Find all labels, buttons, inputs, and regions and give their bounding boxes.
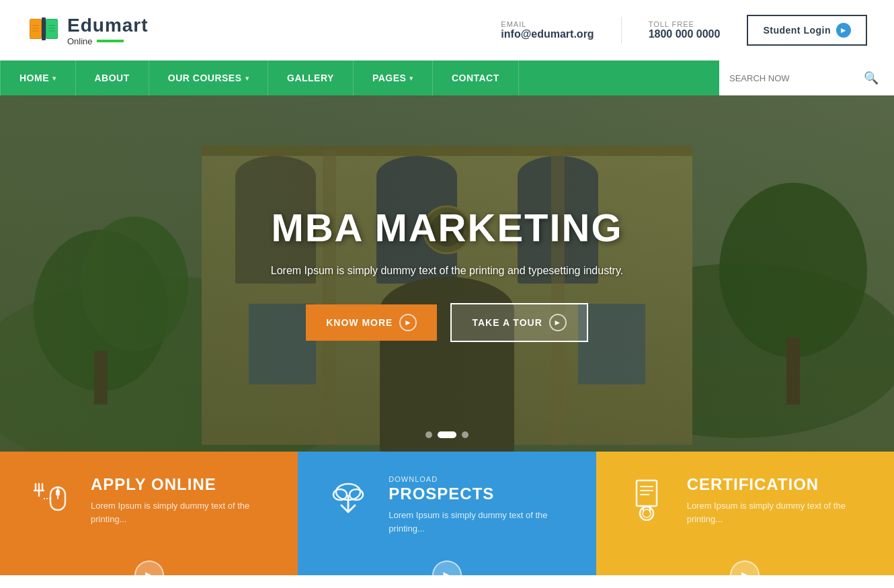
main-nav: HOME ▾ ABOUT OUR COURSES ▾ GALLERY PAGES… bbox=[0, 60, 894, 95]
slider-dot-3[interactable] bbox=[462, 431, 469, 438]
site-header: Edumart Online EMAIL info@edumart.org TO… bbox=[0, 0, 894, 60]
apply-online-desc: Lorem Ipsum is simply dummy text of the … bbox=[91, 499, 278, 526]
certification-title: CERTIFICATION bbox=[687, 475, 874, 494]
search-area[interactable]: 🔍 bbox=[719, 60, 894, 95]
search-input[interactable] bbox=[729, 73, 864, 83]
apply-online-body: APPLY ONLINE Lorem Ipsum is simply dummy… bbox=[91, 475, 278, 526]
download-body: DOWNLOAD PROSPECTS Lorem Ipsum is simply… bbox=[389, 475, 575, 535]
hero-subtitle: Lorem Ipsum is simply dummy text of the … bbox=[271, 262, 623, 280]
phone-contact: TOLL FREE 1800 000 0000 bbox=[649, 20, 721, 40]
slider-dots bbox=[425, 431, 469, 438]
student-login-button[interactable]: Student Login ► bbox=[747, 15, 867, 46]
email-value: info@edumart.org bbox=[501, 28, 594, 40]
cards-section: APPLY ONLINE Lorem Ipsum is simply dummy… bbox=[0, 452, 894, 575]
email-contact: EMAIL info@edumart.org bbox=[501, 20, 594, 40]
certification-icon bbox=[623, 475, 670, 522]
certificate-icon bbox=[624, 477, 668, 521]
mouse-icon bbox=[29, 477, 73, 521]
hero-section: MBA MARKETING Lorem Ipsum is simply dumm… bbox=[0, 95, 894, 452]
logo-icon bbox=[27, 13, 60, 47]
search-icon[interactable]: 🔍 bbox=[864, 71, 879, 85]
slider-dot-1[interactable] bbox=[425, 431, 432, 438]
nav-pages[interactable]: PAGES ▾ bbox=[354, 60, 433, 95]
svg-rect-42 bbox=[56, 489, 60, 496]
svg-rect-48 bbox=[637, 480, 657, 506]
chevron-down-icon: ▾ bbox=[245, 75, 249, 82]
svg-rect-3 bbox=[46, 19, 57, 38]
certification-card: CERTIFICATION Lorem Ipsum is simply dumm… bbox=[596, 452, 894, 575]
download-title: PROSPECTS bbox=[389, 485, 575, 503]
login-label: Student Login bbox=[763, 25, 831, 36]
nav-gallery[interactable]: GALLERY bbox=[268, 60, 354, 95]
download-card: DOWNLOAD PROSPECTS Lorem Ipsum is simply… bbox=[298, 452, 596, 575]
nav-contact[interactable]: CONTACT bbox=[433, 60, 519, 95]
certification-inner: CERTIFICATION Lorem Ipsum is simply dumm… bbox=[596, 452, 894, 575]
phone-label: TOLL FREE bbox=[649, 20, 721, 28]
logo[interactable]: Edumart Online bbox=[27, 13, 149, 47]
svg-point-52 bbox=[640, 507, 653, 520]
take-tour-arrow-icon: ► bbox=[549, 314, 567, 331]
nav-items: HOME ▾ ABOUT OUR COURSES ▾ GALLERY PAGES… bbox=[0, 60, 719, 95]
know-more-arrow-icon: ► bbox=[399, 314, 417, 331]
know-more-button[interactable]: KNOW MORE ► bbox=[306, 304, 437, 341]
apply-online-title: APPLY ONLINE bbox=[91, 475, 278, 494]
contact-divider bbox=[621, 17, 622, 44]
download-inner: DOWNLOAD PROSPECTS Lorem Ipsum is simply… bbox=[298, 452, 596, 575]
svg-rect-1 bbox=[30, 19, 41, 38]
email-label: EMAIL bbox=[501, 20, 594, 28]
hero-title: MBA MARKETING bbox=[271, 205, 623, 250]
header-contact-area: EMAIL info@edumart.org TOLL FREE 1800 00… bbox=[501, 15, 867, 46]
apply-online-card: APPLY ONLINE Lorem Ipsum is simply dummy… bbox=[0, 452, 298, 575]
take-tour-button[interactable]: TAKE A TOUR ► bbox=[450, 303, 587, 342]
logo-title: Edumart bbox=[67, 15, 149, 36]
hero-buttons: KNOW MORE ► TAKE A TOUR ► bbox=[271, 303, 623, 342]
slider-dot-2[interactable] bbox=[438, 431, 456, 438]
download-desc: Lorem Ipsum is simply dummy text of the … bbox=[389, 509, 575, 535]
chevron-down-icon: ▾ bbox=[52, 75, 56, 82]
certification-body: CERTIFICATION Lorem Ipsum is simply dumm… bbox=[687, 475, 874, 526]
nav-home[interactable]: HOME ▾ bbox=[0, 60, 76, 95]
nav-about[interactable]: ABOUT bbox=[76, 60, 149, 95]
login-arrow-icon: ► bbox=[836, 23, 851, 38]
download-icon bbox=[325, 475, 372, 522]
hero-content: MBA MARKETING Lorem Ipsum is simply dumm… bbox=[271, 205, 623, 342]
svg-rect-4 bbox=[42, 17, 46, 40]
download-label: DOWNLOAD bbox=[389, 475, 575, 483]
chevron-down-icon: ▾ bbox=[409, 75, 413, 82]
cloud-download-icon bbox=[327, 477, 370, 521]
apply-online-inner: APPLY ONLINE Lorem Ipsum is simply dummy… bbox=[0, 452, 298, 575]
nav-our-courses[interactable]: OUR COURSES ▾ bbox=[149, 60, 268, 95]
certification-desc: Lorem Ipsum is simply dummy text of the … bbox=[687, 499, 874, 526]
logo-subtitle: Online bbox=[67, 36, 149, 46]
apply-online-icon bbox=[27, 475, 74, 522]
phone-value: 1800 000 0000 bbox=[649, 28, 721, 40]
